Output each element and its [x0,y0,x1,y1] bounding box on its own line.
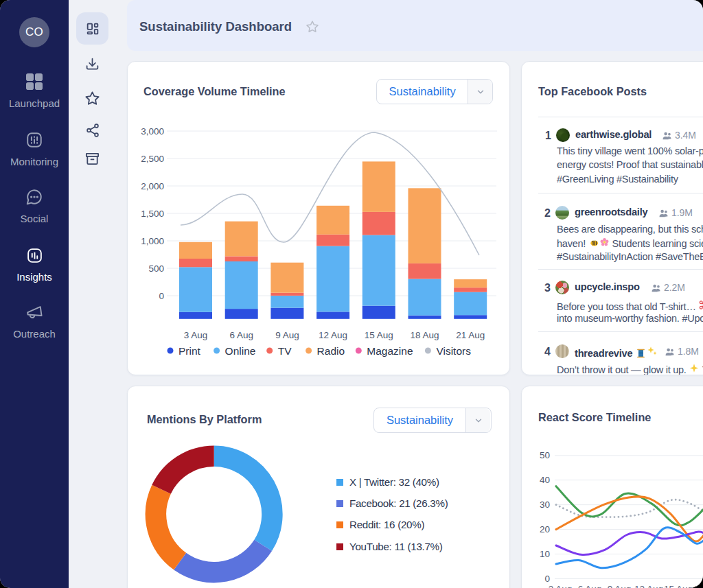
svg-text:Visitors: Visitors [436,345,471,357]
svg-text:2,500: 2,500 [141,154,164,164]
svg-text:500: 500 [148,263,164,274]
svg-text:3,000: 3,000 [141,126,164,137]
svg-text:40: 40 [540,475,550,485]
svg-text:1,500: 1,500 [141,209,164,219]
svg-text:9 Aug: 9 Aug [608,584,632,588]
svg-text:10: 10 [540,549,550,559]
svg-text:1,000: 1,000 [141,236,164,246]
svg-text:2,000: 2,000 [141,181,164,191]
svg-text:12 Aug: 12 Aug [319,330,347,340]
svg-text:TV: TV [278,345,292,357]
svg-text:21 Aug: 21 Aug [456,330,485,340]
svg-text:9 Aug: 9 Aug [275,330,299,340]
svg-text:18 Aug: 18 Aug [693,584,703,588]
svg-text:0: 0 [159,291,164,301]
svg-text:50: 50 [540,450,550,460]
svg-text:6 Aug: 6 Aug [229,330,253,340]
svg-text:18 Aug: 18 Aug [410,330,439,340]
svg-text:6 Aug: 6 Aug [578,584,602,588]
svg-text:30: 30 [540,499,550,510]
svg-text:Magazine: Magazine [367,345,413,357]
svg-text:Online: Online [225,345,256,357]
svg-text:Radio: Radio [317,345,345,357]
svg-text:0: 0 [544,574,550,584]
svg-text:15 Aug: 15 Aug [365,330,393,340]
svg-text:3 Aug: 3 Aug [184,330,208,340]
svg-text:12 Aug: 12 Aug [634,584,663,588]
svg-text:3 Aug: 3 Aug [549,584,573,588]
svg-text:15 Aug: 15 Aug [664,584,693,588]
svg-text:20: 20 [540,524,550,534]
svg-text:Print: Print [178,345,201,357]
